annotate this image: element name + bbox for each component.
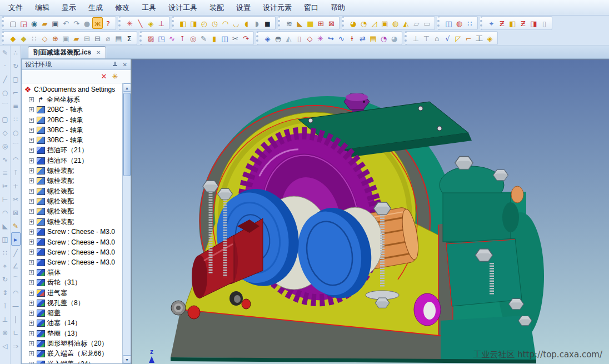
sweep-button[interactable]: ◠	[220, 17, 231, 29]
team-add-button[interactable]: ⊕	[50, 32, 61, 44]
pick-arrow-button[interactable]: ▸	[11, 232, 21, 246]
spindle-button[interactable]: Ɨ	[347, 32, 357, 44]
extrude-boss-button[interactable]: ◧	[178, 17, 188, 29]
delete-2d-button[interactable]: ⊗	[1, 326, 10, 339]
tree-item[interactable]: +30BC - 轴承	[23, 135, 122, 145]
grab-tool-button[interactable]: ⌂	[432, 32, 442, 44]
constraint-2d-button[interactable]: ⊥	[1, 312, 10, 326]
solid-dark-button[interactable]: ◼	[262, 17, 273, 29]
remove-part-button[interactable]: ⊠	[326, 17, 337, 29]
expand-icon[interactable]: +	[29, 341, 34, 346]
split-body-button[interactable]: ◫	[219, 32, 230, 44]
draw-ellipse-button[interactable]: ◎	[1, 139, 10, 152]
edge-draft-button[interactable]: ◿	[369, 17, 380, 29]
mirror-feature-button[interactable]: ◧	[507, 17, 518, 29]
expand-icon[interactable]: +	[29, 291, 34, 296]
node-array-button[interactable]: ∷	[11, 112, 21, 126]
properties-button[interactable]: ▤	[113, 32, 124, 44]
revolve-boss-button[interactable]: ◴	[199, 17, 209, 29]
save-button[interactable]: ▣	[50, 17, 61, 29]
menu-item-6[interactable]: 设计工具	[162, 1, 203, 14]
expand-icon[interactable]: +	[29, 199, 34, 204]
sheet-a-button[interactable]: ▱	[411, 17, 422, 29]
bridge-b-button[interactable]: ◠	[11, 286, 21, 299]
tree-item[interactable]: +Screw : Cheese - M3.0	[23, 227, 122, 237]
tree-item[interactable]: +螺栓装配	[23, 217, 122, 227]
corner-tool-button[interactable]: ∟	[11, 326, 21, 339]
redo-button[interactable]: ↷	[71, 17, 82, 29]
diamond-blue-button[interactable]: ◈	[262, 32, 273, 44]
flip-face-button[interactable]: ⇄	[357, 32, 368, 44]
expand-icon[interactable]: +	[29, 240, 34, 245]
menu-item-10[interactable]: 窗口	[298, 1, 325, 14]
chamfer-2d-button[interactable]: ◣	[1, 219, 10, 232]
assembly-env-button[interactable]: ◆	[18, 32, 29, 44]
angle-tool-button[interactable]: ∠	[11, 259, 21, 272]
corner-flag-button[interactable]: ◸	[453, 32, 463, 44]
expand-icon[interactable]: +	[29, 362, 34, 363]
v-constraint-button[interactable]: √	[442, 32, 453, 44]
mirror-2d-button[interactable]: ◫	[1, 232, 10, 246]
arc-tangent-button[interactable]: ◠	[11, 152, 21, 166]
feature-down-button[interactable]: Ƶ	[518, 17, 528, 29]
sketch-line-button[interactable]: ╲	[135, 17, 146, 29]
open-review-button[interactable]: ◲	[18, 17, 29, 29]
menu-item-4[interactable]: 修改	[109, 1, 136, 14]
expand-icon[interactable]: +	[29, 138, 34, 143]
delete-box-button[interactable]: ⊠	[11, 206, 21, 219]
array-2d-button[interactable]: ∷	[1, 246, 10, 259]
expand-icon[interactable]: +	[29, 230, 34, 235]
expand-icon[interactable]: +	[29, 168, 34, 173]
open-folder-button[interactable]: ▰	[39, 17, 50, 29]
sketch-plane-button[interactable]: ◈	[146, 17, 156, 29]
render-mode-button[interactable]: ●	[82, 17, 92, 29]
tree-item[interactable]: +螺栓装配	[23, 186, 122, 196]
sketch-new-button[interactable]: ✎	[1, 46, 10, 59]
clamp-tool-button[interactable]: 工	[474, 32, 485, 44]
panel-close-icon[interactable]: ✕	[122, 62, 128, 68]
viewport-3d[interactable]: 工业云社区 http://top.caxa.com/ z	[131, 59, 609, 364]
pin-tool-button[interactable]: ⊺	[11, 166, 21, 179]
draw-polygon-button[interactable]: ◇	[1, 126, 10, 139]
drop-floor-b-button[interactable]: ⊤	[421, 32, 432, 44]
draw-spline-button[interactable]: ∿	[1, 152, 10, 166]
point-cloud-button[interactable]: ∴	[11, 46, 21, 59]
menu-item-2[interactable]: 显示	[56, 1, 82, 14]
polyline-tool-button[interactable]: ⌐	[11, 86, 21, 99]
extrude-cut-button[interactable]: ◨	[188, 17, 199, 29]
open-box-button[interactable]: ▤	[368, 32, 378, 44]
trim-2d-button[interactable]: ✂	[1, 179, 10, 192]
hook-surface-button[interactable]: ↪	[326, 32, 336, 44]
model-export-button[interactable]: ◳	[156, 32, 167, 44]
spring-feature-button[interactable]: ≋	[284, 17, 294, 29]
dome-surface-button[interactable]: ◓	[273, 32, 283, 44]
trash-button[interactable]: ▯	[539, 17, 550, 29]
iso-view-button[interactable]: ◈	[485, 32, 495, 44]
tree-item[interactable]: +圆形塑料油标（20）	[23, 338, 122, 348]
tree-item[interactable]: +螺栓装配	[23, 207, 122, 217]
tree-item[interactable]: +↱全局坐标系	[23, 94, 122, 104]
open-web-button[interactable]: ◉	[29, 17, 39, 29]
expand-icon[interactable]: +	[29, 250, 34, 255]
tree-item[interactable]: +Screw : Cheese - M3.0	[23, 247, 122, 257]
tree-item[interactable]: +箱盖	[23, 308, 122, 318]
wrap-button[interactable]: ◍	[390, 17, 401, 29]
torus-button[interactable]: ◎	[188, 32, 198, 44]
menu-item-3[interactable]: 生成	[82, 1, 109, 14]
arc-3pt-button[interactable]: ⌒	[11, 139, 21, 152]
node-ring-button[interactable]: ○	[11, 126, 21, 139]
delete-node-button[interactable]: ✕	[98, 71, 109, 82]
expand-icon[interactable]: +	[29, 301, 34, 306]
menu-item-5[interactable]: 工具	[136, 1, 162, 14]
tree-item[interactable]: +螺栓装配	[23, 166, 122, 176]
menu-item-9[interactable]: 设计元素	[257, 1, 298, 14]
draft-button[interactable]: ◭	[401, 17, 411, 29]
pin-icon[interactable]	[112, 62, 118, 67]
pattern-grid-button[interactable]: ∷	[465, 17, 475, 29]
tree-root-item[interactable]: ❖C:\Documents and Settings	[23, 84, 122, 94]
tree-item[interactable]: +嵌入端盖（24）	[23, 359, 122, 363]
document-tab[interactable]: 剖面减速器装配.ics ✕	[28, 46, 106, 58]
half-section-button[interactable]: ◫	[443, 17, 454, 29]
dimension-2d-button[interactable]: ⊺	[1, 299, 10, 312]
surface-boss-button[interactable]: ◖	[241, 17, 252, 29]
